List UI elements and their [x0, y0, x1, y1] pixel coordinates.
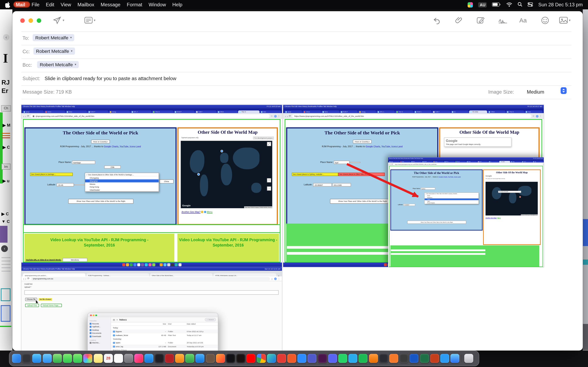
s3-captured-menu-bar: Chrome File Edit View History Bookmarks …	[21, 267, 282, 271]
attachment-screenshot-2[interactable]: Chrome File Edit View History Bookmarks …	[283, 105, 544, 267]
dock-app-chrome[interactable]	[257, 354, 266, 363]
reload-icon: ⟳	[27, 277, 30, 280]
image-size-stepper[interactable]	[561, 87, 567, 94]
input-source-badge[interactable]: AU	[478, 2, 487, 7]
place-input: Santiago	[72, 161, 95, 164]
image-size-value[interactable]: Medium	[527, 89, 544, 95]
dock-app-settings[interactable]	[124, 354, 133, 363]
dock-app-telegram[interactable]	[348, 354, 357, 363]
menu-item[interactable]: Message	[101, 2, 121, 8]
to-recipient-token[interactable]: Robert Metcalfe▾	[33, 34, 74, 41]
emoji-button[interactable]	[541, 17, 549, 25]
header-fields-button[interactable]: ▾	[84, 17, 95, 24]
dock-app-appstore[interactable]	[145, 354, 154, 363]
subject-field[interactable]: Slide in clipboard ready for you to past…	[45, 76, 176, 81]
folder-icon	[113, 334, 115, 336]
dock-app-slack[interactable]	[318, 354, 327, 363]
chevron-down-icon[interactable]: ▾	[569, 18, 571, 22]
dock-app-brave[interactable]	[287, 354, 296, 363]
zoom-button[interactable]	[37, 18, 41, 23]
dock-app-opera[interactable]	[277, 354, 286, 363]
attach-button[interactable]	[455, 16, 463, 24]
menu-item[interactable]: Format	[127, 2, 142, 8]
markup-button[interactable]	[476, 17, 485, 25]
dock-app-messages[interactable]	[63, 354, 72, 363]
undo-button[interactable]	[433, 17, 441, 25]
dock-app-maps[interactable]	[53, 354, 62, 363]
map-tooltip: other side of the world	[498, 191, 521, 193]
attachment-screenshot-3[interactable]: Chrome File Edit View History Bookmarks …	[21, 267, 282, 351]
dock-app-firefox[interactable]	[216, 354, 225, 363]
dock-app-photos[interactable]	[83, 354, 92, 363]
dock-app-edge[interactable]	[267, 354, 276, 363]
dock-app-music[interactable]	[134, 354, 143, 363]
menu-item[interactable]: View	[61, 2, 71, 8]
dock-app-blender[interactable]	[389, 354, 398, 363]
apple-icon[interactable]	[5, 2, 11, 8]
bcc-recipient-token[interactable]: Robert Metcalfe▾	[37, 61, 79, 68]
menu-item[interactable]: Mailbox	[77, 2, 94, 8]
dock-app-safari[interactable]	[33, 354, 42, 363]
dock-app-launchpad[interactable]	[22, 354, 31, 363]
status-icons: AU Sun 28 Dec 5:13 pm	[468, 1, 583, 8]
dock-app-teams[interactable]	[308, 354, 317, 363]
geo-map-link: Another Geo Map?	[182, 211, 200, 213]
dock-app-word[interactable]	[410, 354, 419, 363]
dock-app-xcode[interactable]	[450, 354, 459, 363]
wifi-icon[interactable]	[506, 1, 512, 8]
dock-app-youtube[interactable]	[246, 354, 255, 363]
signature-button[interactable]	[498, 17, 507, 24]
dock-app-spotify[interactable]	[359, 354, 368, 363]
input-app-icon[interactable]	[468, 2, 473, 7]
finder-toolbar: ▤ ≡ htdocs ⌕Search	[111, 317, 218, 323]
dock-app-vscode[interactable]	[440, 354, 449, 363]
dock-app-terminal[interactable]	[155, 354, 164, 363]
dock-app-finder[interactable]	[12, 354, 21, 363]
dock-app-mail[interactable]	[43, 354, 52, 363]
background-page-left: ‹ I RJ Er Ch ▶ M ▶ C Im ▶ u ▶ C ▼ C ‹	[0, 9, 12, 350]
send-button[interactable]: ▾	[53, 16, 64, 24]
control-center-icon[interactable]	[528, 1, 533, 8]
dock-app-inkscape[interactable]	[399, 354, 408, 363]
background-arrow: ▶ C	[1, 212, 9, 217]
finder-column-headers: Size Kind Date Added	[111, 322, 218, 326]
menu-item[interactable]: Edit	[46, 2, 54, 8]
menu-item[interactable]: Help	[172, 2, 182, 8]
minimize-button[interactable]	[29, 18, 33, 23]
menu-item[interactable]: File	[32, 2, 39, 8]
dock-app-zoom[interactable]	[297, 354, 306, 363]
dock-app-discord[interactable]	[328, 354, 337, 363]
dock-app-keynote[interactable]	[196, 354, 205, 363]
menu-item[interactable]: Mail	[16, 2, 25, 8]
dock-app-excel[interactable]	[420, 354, 429, 363]
dock-app-notes[interactable]	[94, 354, 103, 363]
dock-app-tv[interactable]	[226, 354, 235, 363]
address-field: ▦rjmprogramming.com.au/HTMLCSS/other_sid…	[30, 114, 269, 118]
chevron-down-icon[interactable]: ▾	[63, 18, 64, 22]
dock-app-gimp[interactable]	[206, 354, 215, 363]
dock-app-trash[interactable]	[464, 354, 473, 363]
format-button[interactable]: Aa	[519, 17, 527, 24]
battery-icon[interactable]	[492, 1, 501, 8]
dock-app-calendar[interactable]: 28	[104, 354, 113, 363]
dock-app-whatsapp[interactable]	[338, 354, 347, 363]
cc-recipient-token[interactable]: Robert Metcalfe▾	[33, 48, 75, 55]
dock-app-filezilla[interactable]	[165, 354, 174, 363]
dock-app-facetime[interactable]	[73, 354, 82, 363]
photo-browser-button[interactable]: ▾	[559, 17, 571, 24]
youtube-label: YouTube URL or Video ID or Search Words:	[26, 259, 61, 261]
dock-app-pages[interactable]	[175, 354, 184, 363]
dock-app-powerpoint[interactable]	[430, 354, 439, 363]
dock-app-obs[interactable]	[379, 354, 388, 363]
spotlight-icon[interactable]	[518, 1, 523, 8]
dock-app-numbers[interactable]	[185, 354, 194, 363]
dock-app-reminders[interactable]	[114, 354, 123, 363]
attachment-screenshot-1[interactable]: Chrome File Edit View History Bookmarks …	[21, 105, 282, 267]
chevron-down-icon[interactable]: ▾	[94, 18, 95, 22]
message-body[interactable]: Chrome File Edit View History Bookmarks …	[12, 99, 583, 350]
dock-app-vlc[interactable]	[369, 354, 378, 363]
menu-item[interactable]: Window	[149, 2, 166, 8]
menu-bar-clock[interactable]: Sun 28 Dec 5:13 pm	[538, 2, 583, 8]
close-button[interactable]	[20, 18, 25, 23]
dock-app-netflix[interactable]	[236, 354, 245, 363]
